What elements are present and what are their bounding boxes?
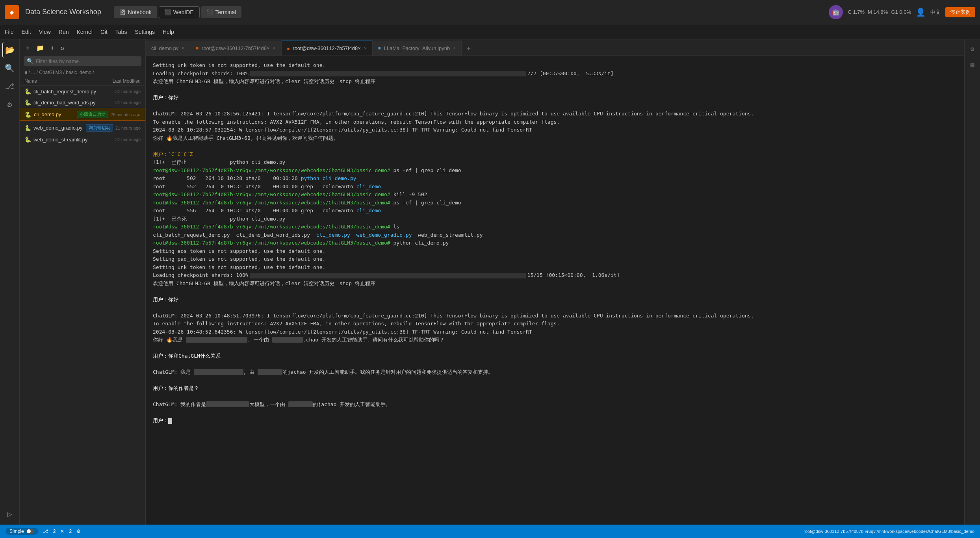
search-icon: 🔍 (27, 58, 33, 64)
menu-edit[interactable]: Edit (22, 29, 31, 35)
titlebar-tabs: 📓 Notebook ⬛ WebIDE ⬛ Terminal (114, 6, 242, 18)
terminal-line: root 552 264 0 10:31 pts/0 00:00:00 grep… (153, 183, 957, 191)
user-icon[interactable]: 👤 (916, 7, 926, 17)
search-activity-icon[interactable]: 🔍 (2, 61, 17, 76)
webide-tab[interactable]: ⬛ WebIDE (159, 6, 200, 18)
terminal-line (153, 360, 957, 368)
source-control-icon[interactable]: ⎇ (2, 79, 17, 94)
notebook-icon: 📓 (119, 9, 126, 15)
menu-kernel[interactable]: Kernel (76, 29, 92, 35)
file-name: web_demo_gradio.py (33, 125, 84, 131)
file-item-cli-bad-word[interactable]: 🐍 cli_demo_bad_word_ids.py 21 hours ago (20, 97, 145, 108)
file-name: cli_demo_bad_word_ids.py (33, 100, 113, 106)
settings-right-icon[interactable]: ⚙ (966, 43, 979, 55)
notebook-tab[interactable]: 📓 Notebook (114, 6, 157, 18)
new-folder-button[interactable]: 📁 (35, 43, 46, 52)
file-item-cli-batch[interactable]: 🐍 cli_batch_request_demo.py 21 hours ago (20, 86, 145, 97)
menu-tabs[interactable]: Tabs (115, 29, 127, 35)
small-tag: 小黑窗口启动 (77, 111, 108, 118)
tab-llama[interactable]: ■ LLaMa_Factory_Aliyun.ipynb × (373, 41, 462, 56)
tab-close-icon[interactable]: × (273, 45, 276, 51)
terminal-line (153, 377, 957, 384)
terminal-line: Loading checkpoint shards: 100%15/15 [00… (153, 271, 957, 279)
lang-selector[interactable]: 中文 (930, 9, 941, 16)
terminal-line: 欢迎使用 ChatGLM3-6B 模型，输入内容即可进行对话，clear 清空对… (153, 78, 957, 85)
name-column-header: Name (24, 78, 37, 84)
terminal-line: 用户：你好 (153, 94, 957, 102)
sidebar-header: + 📁 ⬆ ↻ (20, 39, 145, 56)
tab-add-button[interactable]: + (462, 41, 475, 56)
terminal-line: ChatGLM: 2024-03-26 10:48:51.703976: I t… (153, 312, 957, 320)
menu-run[interactable]: Run (59, 29, 69, 35)
menu-view[interactable]: View (39, 29, 51, 35)
file-time: 21 hours ago (115, 89, 141, 94)
terminal-line: root 556 264 0 10:31 pts/0 00:00:00 grep… (153, 207, 957, 215)
tab-cli-demo[interactable]: cli_demo.py × (146, 41, 190, 56)
titlebar-right: 🤖 C 1.7% M 14.8% G1 0.0% 👤 中文 停止实例 (829, 5, 975, 19)
tab-label: root@dsw-360112-7b57f4d8× (202, 45, 270, 51)
terminal-line (153, 102, 957, 110)
tab-terminal-1[interactable]: ■ root@dsw-360112-7b57f4d8× × (190, 41, 281, 56)
resource-info: C 1.7% M 14.8% G1 0.0% (848, 9, 911, 15)
tab-close-icon[interactable]: × (182, 45, 184, 51)
terminal-line: 你好 🔥我是人工智能助手 ChatGLM3-6B, 很高兴见到你，欢迎问我任何问… (153, 134, 957, 142)
terminal-line: ChatGLM: 2024-03-26 10:28:56.125421: I t… (153, 110, 957, 118)
tab-close-icon[interactable]: × (364, 46, 367, 51)
progress-bar (250, 273, 526, 278)
new-file-button[interactable]: + (24, 43, 32, 52)
file-name: web_demo_streamlit.py (33, 137, 113, 143)
file-time: 21 hours ago (115, 100, 141, 105)
ai-button[interactable]: 🤖 (829, 5, 843, 19)
file-item-cli-demo[interactable]: 🐍 cli_demo.py 小黑窗口启动 26 minutes ago (20, 108, 145, 121)
python-file-icon: 🐍 (24, 125, 31, 131)
modified-column-header: Last Modified (113, 78, 141, 84)
file-item-web-gradio[interactable]: 🐍 web_demo_gradio.py 网页端启动 21 hours ago (20, 122, 145, 134)
terminal-line: To enable the following instructions: AV… (153, 320, 957, 328)
terminal-line: Setting unk_token is not supported, use … (153, 263, 957, 271)
search-bar: 🔍 (24, 56, 141, 66)
refresh-button[interactable]: ↻ (59, 43, 66, 52)
terminal-line (153, 304, 957, 312)
sidebar: + 📁 ⬆ ↻ 🔍 ■ / ... / ChatGLM3 / basic_dem… (20, 39, 146, 525)
upload-button[interactable]: ⬆ (49, 43, 56, 52)
menu-settings[interactable]: Settings (135, 29, 155, 35)
terminal-dot: ■ (196, 46, 199, 50)
tab-close-icon[interactable]: × (453, 45, 456, 51)
statusbar: Simple ⎇ 2 ✕ 2 ⚙ root@dsw-360112-7b57f4d… (0, 525, 980, 538)
python-file-icon: 🐍 (24, 88, 31, 95)
terminal-icon: ⬛ (207, 9, 213, 15)
terminal-line: root@dsw-360112-7b57f4d87b-vr6qv:/mnt/wo… (153, 239, 957, 247)
menu-git[interactable]: Git (100, 29, 108, 35)
terminal-line: Setting pad_token is not supported, use … (153, 255, 957, 263)
mem-usage: M 14.8% (868, 9, 888, 15)
terminal-line: root@dsw-360112-7b57f4d87b-vr6qv:/mnt/wo… (153, 191, 957, 199)
terminal-line: 用户：`C`C`C`Z (153, 150, 957, 158)
file-time: 21 hours ago (115, 126, 141, 130)
tab-label: cli_demo.py (151, 45, 178, 51)
terminal-line: 2024-03-26 10:48:52.642356: W tensorflow… (153, 328, 957, 336)
statusbar-left: Simple ⎇ 2 ✕ 2 ⚙ (6, 528, 81, 535)
explorer-icon[interactable]: 📂 (2, 43, 17, 58)
search-input[interactable] (36, 58, 138, 64)
terminal-line (153, 86, 957, 94)
stop-instance-button[interactable]: 停止实例 (945, 7, 975, 17)
file-item-web-streamlit[interactable]: 🐍 web_demo_streamlit.py 21 hours ago (20, 134, 145, 145)
branch-icon: ⎇ (43, 529, 48, 534)
errors-indicator: ✕ (60, 529, 64, 534)
tab-bar: cli_demo.py × ■ root@dsw-360112-7b57f4d8… (146, 39, 964, 56)
terminal-tab[interactable]: ⬛ Terminal (201, 6, 242, 18)
menu-help[interactable]: Help (163, 29, 174, 35)
terminal-content[interactable]: Setting unk_token is not supported, use … (146, 56, 964, 525)
toggle-circle[interactable] (26, 529, 34, 534)
gpu-usage: G1 0.0% (891, 9, 911, 15)
simple-toggle[interactable]: Simple (6, 528, 38, 535)
tab-terminal-2[interactable]: ■ root@dsw-360112-7b57f4d8× × (282, 41, 373, 56)
extensions-icon[interactable]: ⚙ (2, 97, 17, 112)
panel-icon[interactable]: ▤ (966, 58, 979, 71)
terminal-line: root@dsw-360112-7b57f4d87b-vr6qv:/mnt/wo… (153, 223, 957, 231)
gear-icon[interactable]: ⚙ (76, 529, 81, 534)
terminal-line (153, 393, 957, 401)
menu-file[interactable]: File (5, 29, 14, 35)
terminal-line: 用户：你的作者是？ (153, 384, 957, 392)
debug-icon[interactable]: ▷ (2, 506, 17, 521)
